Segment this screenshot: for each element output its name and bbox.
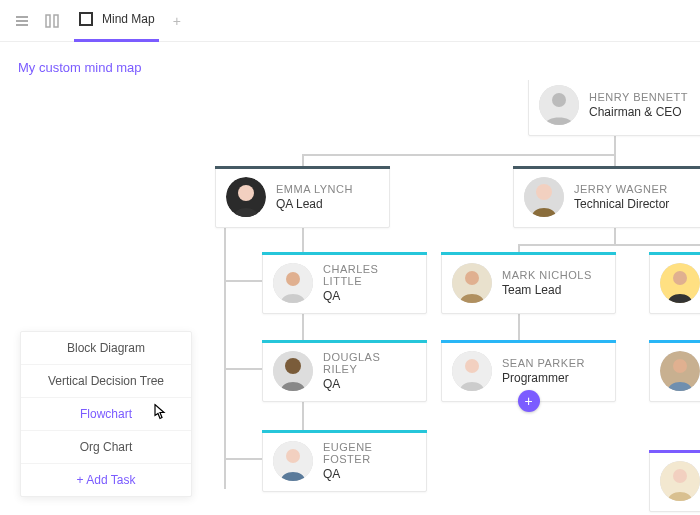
menu-block-diagram[interactable]: Block Diagram <box>21 332 191 365</box>
card-name: EUGENE FOSTER <box>323 441 412 465</box>
card-name: HENRY BENNETT <box>589 91 688 103</box>
card-role: QA <box>323 377 412 391</box>
menu-item-label: Add Task <box>86 473 135 487</box>
svg-rect-4 <box>54 15 58 27</box>
svg-point-17 <box>673 271 687 285</box>
org-card[interactable]: EMMA LYNCH QA Lead <box>215 166 390 228</box>
org-card[interactable]: JOH Juni <box>649 450 700 512</box>
svg-point-9 <box>238 185 254 201</box>
svg-point-25 <box>286 449 300 463</box>
avatar <box>452 263 492 303</box>
svg-rect-3 <box>46 15 50 27</box>
list-view-icon[interactable] <box>14 13 30 29</box>
avatar <box>660 461 700 501</box>
org-card[interactable]: EUGENE FOSTER QA <box>262 430 427 492</box>
org-card[interactable]: DOUGLAS RILEY QA <box>262 340 427 402</box>
org-card[interactable]: HENRY BENNETT Chairman & CEO <box>528 80 700 136</box>
plus-icon: + <box>77 473 87 487</box>
org-card[interactable]: MARK NICHOLS Team Lead <box>441 252 616 314</box>
svg-point-15 <box>465 271 479 285</box>
avatar <box>273 263 313 303</box>
svg-point-23 <box>673 359 687 373</box>
mindmap-icon <box>78 11 94 27</box>
org-card[interactable]: NICK <box>649 252 700 314</box>
card-name: EMMA LYNCH <box>276 183 353 195</box>
menu-item-label: Flowchart <box>80 407 132 421</box>
card-name: CHARLES LITTLE <box>323 263 412 287</box>
avatar <box>524 177 564 217</box>
svg-point-11 <box>536 184 552 200</box>
avatar <box>226 177 266 217</box>
avatar <box>660 351 700 391</box>
card-role: Programmer <box>502 371 585 385</box>
svg-rect-2 <box>16 24 28 26</box>
card-role: Chairman & CEO <box>589 105 688 119</box>
avatar <box>273 441 313 481</box>
avatar <box>452 351 492 391</box>
topbar: Mind Map + <box>0 0 700 42</box>
card-name: SEAN PARKER <box>502 357 585 369</box>
svg-point-13 <box>286 272 300 286</box>
avatar <box>539 85 579 125</box>
card-role: QA <box>323 467 412 481</box>
tab-label: Mind Map <box>102 12 155 26</box>
svg-rect-5 <box>80 13 92 25</box>
card-role: QA <box>323 289 412 303</box>
menu-add-task[interactable]: + Add Task <box>21 464 191 496</box>
card-role: QA Lead <box>276 197 353 211</box>
card-name: JERRY WAGNER <box>574 183 669 195</box>
org-card[interactable]: SEAN PARKER Programmer + <box>441 340 616 402</box>
card-name: DOUGLAS RILEY <box>323 351 412 375</box>
menu-vertical-decision-tree[interactable]: Vertical Decision Tree <box>21 365 191 398</box>
svg-rect-1 <box>16 20 28 22</box>
breadcrumb[interactable]: My custom mind map <box>0 42 700 85</box>
avatar <box>273 351 313 391</box>
card-role: Team Lead <box>502 283 592 297</box>
avatar <box>660 263 700 303</box>
org-card[interactable]: MICH Prog <box>649 340 700 402</box>
add-tab-button[interactable]: + <box>173 13 181 29</box>
add-child-button[interactable]: + <box>518 390 540 412</box>
card-name: MARK NICHOLS <box>502 269 592 281</box>
card-role: Technical Director <box>574 197 669 211</box>
menu-flowchart[interactable]: Flowchart <box>21 398 191 431</box>
org-card[interactable]: CHARLES LITTLE QA <box>262 252 427 314</box>
svg-point-7 <box>552 93 566 107</box>
svg-point-21 <box>465 359 479 373</box>
menu-org-chart[interactable]: Org Chart <box>21 431 191 464</box>
context-menu: Block Diagram Vertical Decision Tree Flo… <box>20 331 192 497</box>
svg-rect-0 <box>16 16 28 18</box>
org-card[interactable]: JERRY WAGNER Technical Director <box>513 166 700 228</box>
svg-point-27 <box>673 469 687 483</box>
cursor-icon <box>151 404 167 425</box>
board-view-icon[interactable] <box>44 13 60 29</box>
svg-point-19 <box>285 358 301 374</box>
tab-mindmap[interactable]: Mind Map <box>74 0 159 42</box>
